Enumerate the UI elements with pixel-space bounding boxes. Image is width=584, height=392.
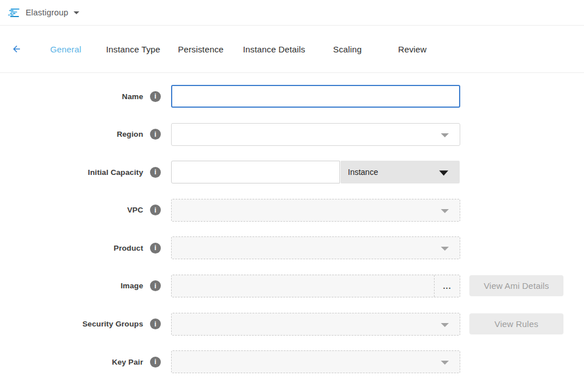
chevron-down-icon <box>439 170 448 175</box>
security-groups-select <box>171 313 460 336</box>
product-name: Elastigroup <box>26 8 68 17</box>
key-pair-label: Key Pair <box>0 358 143 366</box>
security-groups-label: Security Groups <box>0 320 143 328</box>
info-icon[interactable]: i <box>150 91 161 102</box>
image-value <box>172 275 434 297</box>
security-groups-row: Security Groups i View Rules <box>0 313 584 336</box>
vpc-label: VPC <box>0 206 143 214</box>
info-icon[interactable]: i <box>150 167 161 178</box>
info-icon[interactable]: i <box>150 357 161 368</box>
region-row: Region i <box>0 123 584 146</box>
info-icon[interactable]: i <box>150 205 161 215</box>
view-ami-details-button[interactable]: View Ami Details <box>469 275 563 296</box>
info-icon[interactable]: i <box>150 280 161 291</box>
tab-scaling[interactable]: Scaling <box>333 44 362 54</box>
image-row: Image i ... View Ami Details <box>0 275 584 297</box>
tab-general[interactable]: General <box>50 44 81 54</box>
general-form: Name i Region i Initial Capacity i Insta… <box>0 73 584 373</box>
browse-image-button[interactable]: ... <box>434 275 460 297</box>
view-rules-button[interactable]: View Rules <box>469 313 563 334</box>
region-select[interactable] <box>171 123 460 146</box>
product-row: Product i <box>0 236 584 259</box>
initial-capacity-label: Initial Capacity <box>0 168 143 177</box>
initial-capacity-input[interactable] <box>171 161 340 183</box>
elastigroup-logo-icon <box>8 9 19 17</box>
chevron-down-icon <box>441 209 449 213</box>
tab-instance-details[interactable]: Instance Details <box>243 44 305 54</box>
tab-instance-type[interactable]: Instance Type <box>106 44 160 54</box>
key-pair-row: Key Pair i <box>0 350 584 373</box>
info-icon[interactable]: i <box>150 243 161 254</box>
info-icon[interactable]: i <box>150 129 161 140</box>
vpc-select <box>171 199 460 222</box>
vpc-row: VPC i <box>0 199 584 222</box>
product-switcher[interactable]: Elastigroup <box>8 8 79 17</box>
tab-review[interactable]: Review <box>398 44 427 54</box>
chevron-down-icon <box>441 361 449 365</box>
info-icon[interactable]: i <box>150 318 161 329</box>
capacity-unit-select[interactable]: Instance <box>340 161 460 183</box>
wizard-tab-bar: General Instance Type Persistence Instan… <box>0 26 584 73</box>
chevron-down-icon <box>441 322 449 326</box>
product-select <box>171 236 460 259</box>
product-label: Product <box>0 244 143 252</box>
capacity-unit-value: Instance <box>348 168 378 177</box>
image-label: Image <box>0 281 143 290</box>
chevron-down-icon <box>441 247 449 251</box>
chevron-down-icon <box>441 133 449 137</box>
name-label: Name <box>0 92 143 101</box>
back-arrow-icon[interactable] <box>11 44 22 54</box>
region-label: Region <box>0 130 143 138</box>
image-picker: ... <box>171 275 460 297</box>
name-row: Name i <box>0 85 584 108</box>
key-pair-select <box>171 350 460 373</box>
initial-capacity-row: Initial Capacity i Instance <box>0 161 584 183</box>
chevron-down-icon <box>74 11 79 14</box>
tab-persistence[interactable]: Persistence <box>178 44 224 54</box>
name-input[interactable] <box>171 85 460 108</box>
top-bar: Elastigroup <box>0 0 584 26</box>
